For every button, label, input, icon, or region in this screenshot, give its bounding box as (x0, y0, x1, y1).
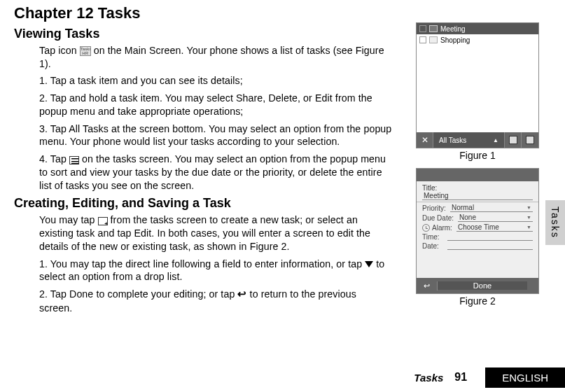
viewing-step-2: 2. Tap and hold a task item. You may sel… (39, 92, 392, 118)
due-date-value: None (459, 214, 476, 221)
chapter-title: Chapter 12 Tasks (14, 4, 392, 22)
close-button[interactable]: ✕ (417, 132, 433, 148)
figure-2-bottom-bar: ↩ Done (417, 278, 538, 293)
tasks-app-icon-label: Tasks (81, 47, 90, 51)
figure-2-screenshot: Title: Meeting Priority: Normal ▼ Due Da… (416, 168, 539, 294)
menu-button[interactable] (522, 132, 538, 148)
done-label: Done (473, 281, 491, 290)
all-tasks-button[interactable]: All Tasks ▲ (433, 132, 505, 148)
task-row-label: Meeting (440, 25, 466, 33)
all-tasks-label: All Tasks (439, 136, 466, 144)
viewing-step-4-pre: 4. Tap (39, 153, 69, 164)
task-row-meeting[interactable]: Meeting (417, 23, 538, 34)
back-icon: ↩ (424, 281, 430, 290)
footer-page-number: 91 (454, 371, 467, 384)
time-label: Time: (422, 233, 445, 241)
alarm-value: Choose Time (458, 223, 499, 231)
chevron-up-icon: ▲ (493, 137, 498, 144)
page-footer: Tasks 91 ENGLISH (14, 367, 565, 388)
dropdown-triangle-icon (365, 261, 373, 267)
new-task-icon (509, 136, 517, 144)
creating-p1-pre: You may tap (39, 214, 98, 225)
footer-language: ENGLISH (485, 368, 565, 388)
due-date-label: Due Date: (422, 214, 454, 222)
task-item-icon (429, 25, 438, 32)
back-button[interactable]: ↩ (417, 281, 438, 290)
figure-2-caption: Figure 2 (404, 295, 551, 307)
creating-step-2: 2. Tap Done to complete your editing; or… (39, 288, 392, 315)
side-tab: Tasks (545, 200, 565, 245)
viewing-intro: Tap icon Tasks on the Main Screen. Your … (39, 44, 392, 70)
task-item-icon (429, 36, 438, 43)
chevron-down-icon: ▼ (526, 205, 531, 210)
clock-icon (422, 224, 430, 232)
new-task-button[interactable] (505, 132, 522, 148)
due-date-select[interactable]: None ▼ (458, 214, 533, 222)
title-field[interactable]: Meeting (422, 192, 533, 200)
back-arrow-icon: ↩ (237, 287, 246, 301)
figure-1-bottom-bar: ✕ All Tasks ▲ (417, 132, 538, 148)
new-task-icon (98, 217, 108, 225)
task-row-shopping[interactable]: Shopping (417, 34, 538, 46)
done-button[interactable]: Done (438, 281, 527, 290)
side-tab-label: Tasks (550, 206, 561, 239)
chevron-down-icon: ▼ (526, 225, 531, 230)
checkbox-icon[interactable] (419, 36, 426, 43)
date-field[interactable] (447, 242, 533, 250)
figure-1-caption: Figure 1 (404, 150, 551, 161)
intro-text-after: on the Main Screen. Your phone shows a l… (39, 45, 384, 69)
menu-icon (69, 156, 79, 164)
creating-step-1: 1. You may tap the direct line following… (39, 258, 392, 284)
priority-value: Normal (452, 204, 474, 211)
viewing-step-4-post: on the tasks screen. You may select an o… (39, 153, 386, 190)
chevron-down-icon: ▼ (526, 215, 531, 220)
tasks-app-icon: Tasks (80, 46, 91, 56)
task-row-label: Shopping (440, 36, 470, 44)
figure-1-screenshot: Meeting Shopping ✕ All Tasks ▲ (416, 22, 539, 148)
menu-icon (526, 136, 534, 144)
figure-2-titlebar (417, 169, 538, 181)
section-creating-heading: Creating, Editing, and Saving a Task (14, 196, 392, 211)
viewing-step-4: 4. Tap on the tasks screen. You may sele… (39, 153, 392, 192)
priority-label: Priority: (422, 204, 446, 212)
checkbox-icon[interactable] (419, 25, 426, 32)
intro-text-before: Tap icon (39, 45, 80, 56)
viewing-step-3: 3. Tap All Tasks at the screen bottom. Y… (39, 122, 392, 148)
time-field[interactable] (447, 233, 533, 241)
section-viewing-heading: Viewing Tasks (14, 27, 392, 41)
footer-title: Tasks (414, 372, 443, 384)
alarm-label: Alarm: (432, 224, 452, 232)
alarm-select[interactable]: Choose Time ▼ (456, 223, 533, 232)
creating-p1: You may tap from the tasks screen to cre… (39, 214, 392, 253)
title-label: Title: (422, 184, 533, 192)
close-icon: ✕ (421, 135, 428, 145)
priority-select[interactable]: Normal ▼ (450, 204, 533, 212)
viewing-step-1: 1. Tap a task item and you can see its d… (39, 74, 392, 88)
divider (417, 202, 538, 202)
creating-step-2-pre: 2. Tap Done to complete your editing; or… (39, 288, 237, 300)
creating-step-1-pre: 1. You may tap the direct line following… (39, 258, 365, 270)
date-label: Date: (422, 242, 445, 250)
